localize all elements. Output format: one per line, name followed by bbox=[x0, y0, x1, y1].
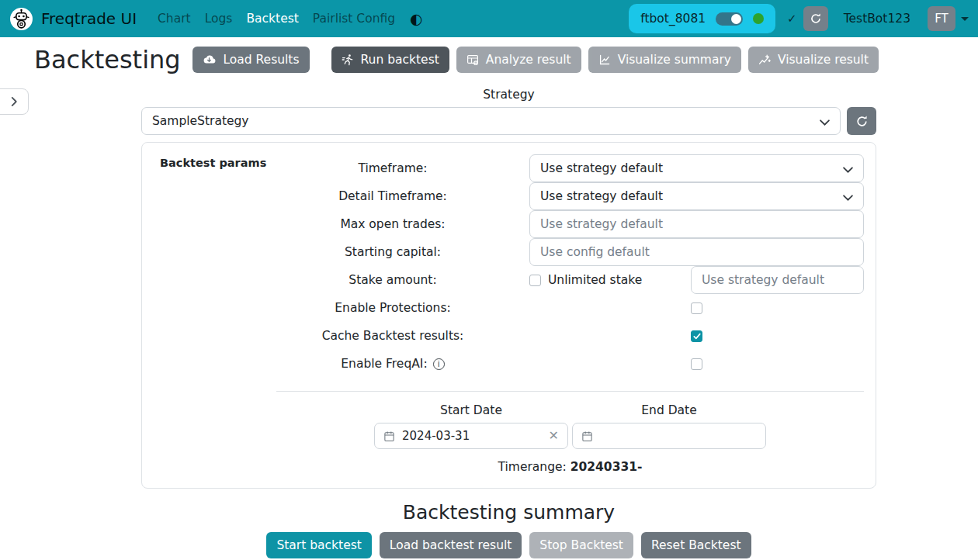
cloud-download-icon bbox=[203, 54, 216, 67]
date-range-section: Start Date 2024-03-31 ✕ End Date bbox=[276, 403, 864, 449]
reload-bot-button[interactable] bbox=[803, 6, 828, 31]
timeframe-selected-value: Use strategy default bbox=[540, 161, 663, 175]
backtest-main: Strategy SampleStrategy Backtest params … bbox=[141, 88, 876, 558]
row-enable-freqai: Enable FreqAI: i bbox=[276, 350, 864, 378]
enable-protections-label: Enable Protections: bbox=[276, 301, 509, 315]
start-date-input[interactable]: 2024-03-31 ✕ bbox=[374, 423, 568, 449]
cache-backtest-results-label: Cache Backtest results: bbox=[276, 329, 509, 343]
start-backtest-button[interactable]: Start backtest bbox=[266, 532, 371, 558]
bot-toggle-switch[interactable] bbox=[716, 12, 743, 26]
timerange-label: Timerange: bbox=[498, 460, 570, 474]
start-date-label: Start Date bbox=[374, 403, 568, 417]
detail-timeframe-selected-value: Use strategy default bbox=[540, 189, 663, 203]
brand[interactable]: Freqtrade UI bbox=[9, 7, 137, 31]
nav-link-chart[interactable]: Chart bbox=[151, 12, 198, 26]
row-enable-protections: Enable Protections: bbox=[276, 294, 864, 322]
enable-freqai-label: Enable FreqAI: bbox=[341, 357, 427, 371]
row-timeframe: Timeframe: Use strategy default bbox=[276, 154, 864, 182]
runner-icon bbox=[342, 54, 354, 66]
timerange-value: 20240331- bbox=[570, 460, 643, 474]
check-icon bbox=[693, 333, 701, 340]
end-date-input[interactable] bbox=[572, 423, 766, 449]
strategy-select[interactable]: SampleStrategy bbox=[141, 107, 841, 135]
analyze-result-label: Analyze result bbox=[486, 53, 571, 67]
reset-backtest-button[interactable]: Reset Backtest bbox=[641, 532, 751, 558]
nav-link-backtest[interactable]: Backtest bbox=[239, 12, 305, 26]
chevron-down-icon bbox=[820, 119, 830, 126]
starting-capital-input[interactable] bbox=[529, 238, 864, 266]
end-date-label: End Date bbox=[572, 403, 766, 417]
backtest-params-panel: Backtest params Timeframe: Use strategy … bbox=[141, 142, 876, 489]
panel-title: Backtest params bbox=[160, 157, 266, 169]
chevron-right-icon bbox=[11, 96, 18, 107]
run-backtest-button[interactable]: Run backtest bbox=[331, 47, 449, 73]
cache-backtest-results-checkbox[interactable] bbox=[691, 330, 702, 342]
bot-selector-chip[interactable]: ftbot_8081 bbox=[629, 4, 775, 33]
refresh-icon bbox=[810, 12, 822, 25]
starting-capital-label: Starting capital: bbox=[276, 245, 509, 259]
start-date-column: Start Date 2024-03-31 ✕ bbox=[374, 403, 568, 449]
end-date-column: End Date bbox=[572, 403, 766, 449]
load-backtest-result-button[interactable]: Load backtest result bbox=[380, 532, 522, 558]
timeframe-label: Timeframe: bbox=[276, 161, 509, 175]
backtest-toolbar: Load Results Run backtest Analyze result bbox=[192, 47, 879, 73]
calendar-icon bbox=[383, 430, 395, 442]
enable-protections-checkbox[interactable] bbox=[691, 302, 702, 314]
visualize-result-label: Visualize result bbox=[778, 53, 869, 67]
visualize-summary-button[interactable]: Visualize summary bbox=[588, 47, 741, 73]
unlimited-stake-label: Unlimited stake bbox=[548, 273, 642, 287]
calendar-icon bbox=[581, 430, 593, 442]
timeframe-select[interactable]: Use strategy default bbox=[529, 154, 864, 182]
visualize-result-button[interactable]: Visualize result bbox=[748, 47, 879, 73]
row-starting-capital: Starting capital: bbox=[276, 238, 864, 266]
visualize-summary-label: Visualize summary bbox=[618, 53, 731, 67]
run-backtest-label: Run backtest bbox=[361, 53, 439, 67]
detail-timeframe-select[interactable]: Use strategy default bbox=[529, 182, 864, 210]
line-chart-icon bbox=[598, 54, 611, 66]
row-detail-timeframe: Detail Timeframe: Use strategy default bbox=[276, 182, 864, 210]
row-stake-amount: Stake amount: Unlimited stake bbox=[276, 266, 864, 294]
top-navbar: Freqtrade UI Chart Logs Backtest Pairlis… bbox=[0, 0, 978, 37]
scatter-sparkle-icon bbox=[758, 54, 771, 66]
username-label: TestBot123 bbox=[844, 12, 910, 26]
max-open-trades-label: Max open trades: bbox=[276, 217, 509, 231]
start-date-value: 2024-03-31 bbox=[402, 429, 470, 443]
unlimited-stake-checkbox[interactable] bbox=[529, 275, 541, 286]
row-max-open-trades: Max open trades: bbox=[276, 210, 864, 238]
info-icon[interactable]: i bbox=[433, 358, 445, 370]
timerange-line: Timerange: 20240331- bbox=[276, 460, 864, 474]
clear-start-date-icon[interactable]: ✕ bbox=[549, 430, 559, 442]
enable-freqai-checkbox[interactable] bbox=[691, 358, 702, 370]
load-results-label: Load Results bbox=[223, 53, 299, 67]
nav-links: Chart Logs Backtest Pairlist Config ◐ bbox=[151, 12, 423, 26]
refresh-icon bbox=[855, 115, 869, 128]
chevron-down-icon bbox=[843, 195, 853, 201]
page-header: Backtesting Load Results Run backtest bbox=[0, 37, 978, 74]
section-divider bbox=[276, 391, 864, 392]
load-results-button[interactable]: Load Results bbox=[192, 47, 309, 73]
backtesting-summary-title: Backtesting summary bbox=[141, 501, 876, 524]
reload-strategies-button[interactable] bbox=[847, 107, 876, 135]
stake-amount-label: Stake amount: bbox=[276, 273, 509, 287]
bot-name: ftbot_8081 bbox=[640, 12, 706, 26]
stop-backtest-button[interactable]: Stop Backtest bbox=[529, 532, 633, 558]
user-avatar-button[interactable]: FT bbox=[928, 6, 955, 31]
strategy-row: SampleStrategy bbox=[141, 107, 876, 135]
toggle-knob bbox=[731, 14, 741, 24]
bot-online-dot bbox=[753, 13, 764, 24]
detail-timeframe-label: Detail Timeframe: bbox=[276, 189, 509, 203]
nav-link-logs[interactable]: Logs bbox=[198, 12, 240, 26]
params-rows: Timeframe: Use strategy default Detail T… bbox=[276, 154, 864, 474]
table-icon bbox=[466, 54, 479, 66]
chevron-down-icon bbox=[843, 167, 853, 173]
max-open-trades-input[interactable] bbox=[529, 210, 864, 238]
navbar-right-cluster: ftbot_8081 ✓ TestBot123 FT bbox=[629, 4, 969, 33]
analyze-result-button[interactable]: Analyze result bbox=[456, 47, 581, 73]
stake-amount-input[interactable] bbox=[691, 266, 864, 294]
sidebar-expand-button[interactable] bbox=[0, 88, 29, 115]
freqtrade-robot-logo-icon bbox=[9, 7, 33, 31]
chevron-down-icon[interactable] bbox=[961, 17, 969, 21]
page-title: Backtesting bbox=[34, 45, 181, 74]
theme-toggle-icon[interactable]: ◐ bbox=[410, 12, 423, 26]
nav-link-pairlist-config[interactable]: Pairlist Config bbox=[306, 12, 402, 26]
